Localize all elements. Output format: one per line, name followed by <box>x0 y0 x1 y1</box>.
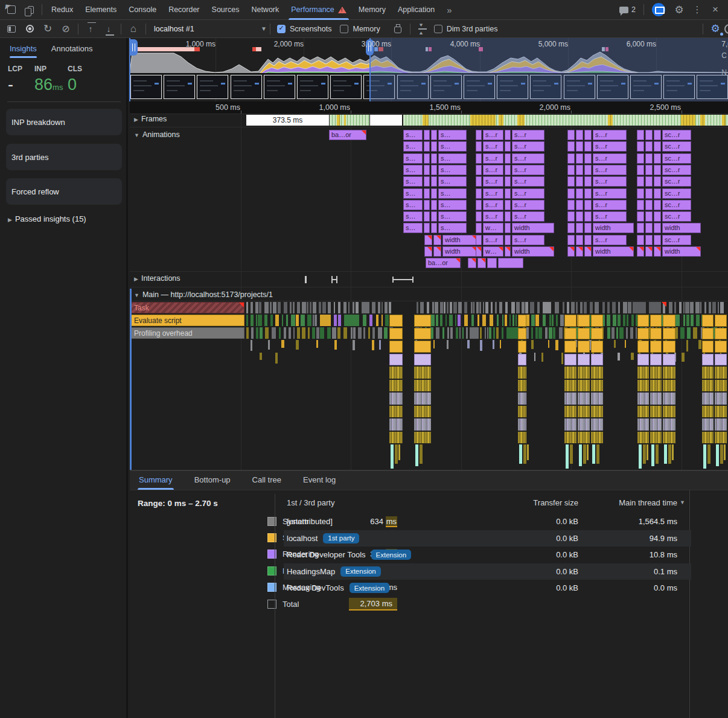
flame-bar[interactable] <box>464 315 468 326</box>
flame-bar[interactable] <box>522 302 525 313</box>
flame-bar[interactable] <box>537 302 540 313</box>
animation-bar[interactable]: sc…r <box>662 235 691 245</box>
issues-icon[interactable] <box>619 7 628 13</box>
flame-stack-bar[interactable] <box>591 432 603 444</box>
flame-bar[interactable] <box>712 302 716 313</box>
animation-bar[interactable] <box>576 130 583 140</box>
animation-bar[interactable]: s… <box>438 130 467 140</box>
flame-stack-bar[interactable] <box>650 354 662 366</box>
table-row[interactable]: localhost1st party0.0 kB94.9 ms <box>284 530 691 547</box>
flame-bar[interactable] <box>447 302 449 313</box>
interactions-track-label[interactable]: ▶Interactions <box>134 274 180 283</box>
animation-bar[interactable] <box>431 211 437 222</box>
animation-bar[interactable]: sc…r <box>662 200 691 210</box>
sort-descending-icon[interactable]: ▼ <box>680 499 685 505</box>
flame-tail-bar[interactable] <box>395 444 398 464</box>
flame-tail-bar[interactable] <box>579 444 582 466</box>
flame-stack-bar[interactable] <box>564 315 576 327</box>
flame-stack-bar[interactable] <box>389 354 403 366</box>
flame-stack-bar[interactable] <box>564 328 576 340</box>
flame-bar[interactable] <box>693 327 697 339</box>
animation-bar[interactable]: width <box>442 246 477 257</box>
animation-bar[interactable]: s…r <box>483 176 503 187</box>
flame-stack-bar[interactable] <box>389 367 403 379</box>
filmstrip-screenshot[interactable] <box>264 75 295 99</box>
flame-bar[interactable] <box>338 315 341 326</box>
animation-bar[interactable] <box>637 153 644 164</box>
animation-bar[interactable]: s… <box>438 200 467 210</box>
animation-bar[interactable] <box>637 130 644 140</box>
flame-bar[interactable] <box>372 302 375 313</box>
animation-bar[interactable] <box>654 130 661 140</box>
flame-bar[interactable] <box>626 327 628 339</box>
animation-bar[interactable] <box>567 176 575 187</box>
flame-stack-bar[interactable] <box>650 432 662 444</box>
flame-bar[interactable] <box>431 315 435 326</box>
animation-bar[interactable] <box>576 176 583 187</box>
flame-tail-bar[interactable] <box>716 444 719 466</box>
flame-bar[interactable] <box>590 302 593 313</box>
flame-stack-bar[interactable] <box>663 393 675 405</box>
animation-bar[interactable]: s…r <box>512 153 544 164</box>
flame-stack-bar[interactable] <box>414 341 431 353</box>
flame-tail-bar[interactable] <box>415 444 418 466</box>
flame-bar[interactable] <box>379 340 381 350</box>
flame-stack-bar[interactable] <box>637 315 649 327</box>
flame-stack-bar[interactable] <box>414 328 431 340</box>
flame-bar[interactable] <box>496 327 499 339</box>
flame-stack-bar[interactable] <box>637 367 649 379</box>
animations-track-label[interactable]: ▼Animations <box>134 130 180 139</box>
flame-stack-bar[interactable] <box>650 393 662 405</box>
flame-bar[interactable] <box>440 302 443 313</box>
flame-bar[interactable] <box>623 315 625 326</box>
animation-bar[interactable] <box>505 188 511 199</box>
animation-bar[interactable] <box>645 235 653 245</box>
flame-bar[interactable] <box>683 302 685 313</box>
flame-bar[interactable] <box>479 302 481 313</box>
flame-bar[interactable] <box>310 302 312 313</box>
tab-performance[interactable]: Performance <box>285 0 353 20</box>
flame-bar[interactable] <box>353 340 355 350</box>
animation-bar[interactable]: s…r <box>593 200 627 210</box>
flame-stack-bar[interactable] <box>715 328 727 340</box>
tab-annotations[interactable]: Annotations <box>51 44 93 58</box>
animation-bar[interactable]: s… <box>403 153 423 164</box>
close-devtools-icon[interactable]: × <box>707 2 723 17</box>
flame-bar[interactable] <box>353 327 356 339</box>
flame-tail-bar[interactable] <box>391 444 394 469</box>
flame-bar[interactable] <box>616 327 618 339</box>
flame-stack-bar[interactable] <box>414 315 431 327</box>
flame-bar[interactable] <box>343 302 346 313</box>
flame-bar[interactable] <box>246 315 248 326</box>
flame-bar[interactable] <box>275 315 279 326</box>
flame-bar[interactable] <box>417 302 418 313</box>
flame-tail-bar[interactable] <box>707 444 710 464</box>
animation-bar[interactable] <box>584 188 592 199</box>
flame-stack-bar[interactable] <box>518 406 526 418</box>
flame-stack-bar[interactable] <box>591 393 603 405</box>
flame-bar[interactable] <box>334 340 337 350</box>
flame-bar[interactable] <box>505 315 506 326</box>
animation-bar[interactable]: w… <box>483 246 503 257</box>
flame-bar[interactable] <box>512 315 514 326</box>
flame-stack-bar[interactable] <box>650 380 662 392</box>
animation-bar[interactable]: sc…r <box>662 165 691 175</box>
flame-stack-bar[interactable] <box>389 328 403 340</box>
flame-stack-bar[interactable] <box>518 432 526 444</box>
animation-bar[interactable] <box>584 165 592 175</box>
flame-bar[interactable] <box>695 302 700 313</box>
flame-bar[interactable] <box>284 327 286 339</box>
flame-bar[interactable] <box>435 302 438 313</box>
flame-bar[interactable] <box>482 315 486 326</box>
flame-stack-bar[interactable] <box>414 393 431 405</box>
download-profile-icon[interactable]: ↓ <box>101 22 117 36</box>
flame-stack-bar[interactable] <box>591 380 603 392</box>
flame-bar[interactable] <box>273 302 276 313</box>
flame-bar[interactable] <box>476 302 479 313</box>
animation-bar[interactable]: s… <box>438 188 467 199</box>
flame-bar[interactable] <box>369 315 372 326</box>
tab-elements[interactable]: Elements <box>79 0 123 20</box>
flame-bar[interactable] <box>561 353 563 364</box>
flame-bar[interactable] <box>471 302 473 313</box>
flame-stack-bar[interactable] <box>591 354 603 366</box>
